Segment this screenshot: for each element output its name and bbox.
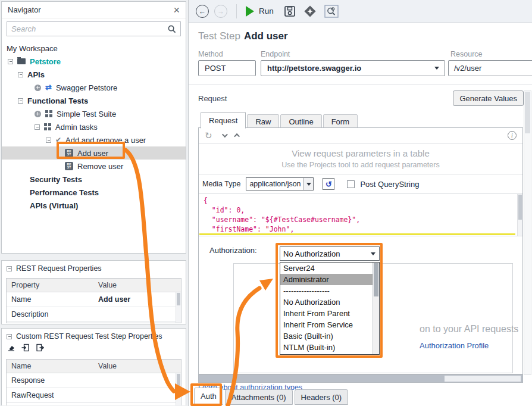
property-value[interactable]: Add user xyxy=(93,295,181,304)
dropdown-option[interactable]: NTLM (Built-in) xyxy=(280,342,379,353)
tab-form[interactable]: Form xyxy=(323,114,358,129)
tree-item-add-and-remove-a-user[interactable]: Add and remove a user xyxy=(2,133,186,146)
dropdown-option[interactable]: Server24 xyxy=(280,263,379,274)
request-line: Method Endpoint Resource POST http://pet… xyxy=(189,47,532,84)
authorization-dropdown[interactable]: No Authorization xyxy=(280,246,380,261)
test-suite-icon xyxy=(45,110,52,117)
tree-item-petstore[interactable]: Petstore xyxy=(2,55,186,68)
tree-item-security-tests[interactable]: Security Tests xyxy=(2,173,186,186)
tab-raw[interactable]: Raw xyxy=(247,114,279,129)
dropdown-option[interactable]: Basic (Built-in) xyxy=(280,330,379,342)
collapse-expander-icon[interactable] xyxy=(18,98,23,104)
generate-values-button[interactable]: Generate Values xyxy=(453,90,524,106)
request-body-editor[interactable]: { "id": 0, "username": "${#TestCase#user… xyxy=(199,194,522,236)
chevron-up-icon[interactable] xyxy=(234,133,240,139)
table-header: Name Value xyxy=(7,360,181,373)
panel-header[interactable]: Custom REST Request Test Step Properties xyxy=(2,329,186,342)
refresh-icon[interactable] xyxy=(205,131,212,140)
vertical-scrollbar[interactable] xyxy=(524,90,531,375)
resource-value: /v2/user xyxy=(454,64,481,73)
endpoint-combobox[interactable]: http://petstore.swagger.io xyxy=(261,60,445,76)
expand-expander-icon[interactable] xyxy=(35,85,41,91)
table-row[interactable]: RawRequest xyxy=(7,388,181,403)
tree-item-swagger-petstore[interactable]: Swagger Petstore xyxy=(2,81,186,94)
table-row[interactable]: Response xyxy=(7,373,181,388)
title-prefix: Test Step xyxy=(198,30,240,42)
resource-field[interactable]: /v2/user xyxy=(448,60,532,76)
tab-attachments[interactable]: Attachments (0) xyxy=(225,389,293,405)
dropdown-arrow-button[interactable] xyxy=(303,178,313,190)
horizontal-scrollbar[interactable] xyxy=(198,374,523,383)
table-row[interactable]: Description xyxy=(7,307,181,322)
vertical-scrollbar[interactable] xyxy=(176,292,181,323)
tab-headers[interactable]: Headers (0) xyxy=(295,389,349,405)
post-querystring-checkbox[interactable] xyxy=(347,180,355,188)
table-row[interactable]: Endpoint http://petst... xyxy=(7,403,181,405)
dropdown-option-highlighted[interactable]: Administrator xyxy=(280,274,379,285)
tree-item-label: Admin tasks xyxy=(55,123,98,132)
search-icon[interactable] xyxy=(168,25,176,33)
forward-icon[interactable] xyxy=(214,5,227,18)
dropdown-arrow-icon[interactable] xyxy=(434,67,439,70)
save-icon[interactable] xyxy=(284,5,296,17)
collapse-expander-icon[interactable] xyxy=(8,59,13,64)
collapse-expander-icon[interactable] xyxy=(35,124,40,130)
media-type-combobox[interactable]: application/json xyxy=(246,177,314,190)
collapse-expander-icon[interactable] xyxy=(7,266,12,271)
vertical-scrollbar[interactable] xyxy=(373,263,379,354)
clear-icon[interactable] xyxy=(7,343,15,352)
scrollbar-thumb[interactable] xyxy=(518,195,522,220)
tree-item-admin-tasks[interactable]: Admin tasks xyxy=(2,120,186,133)
tree-item-performance-tests[interactable]: Performance Tests xyxy=(2,186,186,199)
collapse-expander-icon[interactable] xyxy=(46,138,51,143)
assertion-icon[interactable] xyxy=(303,5,317,18)
search-input[interactable] xyxy=(7,24,168,33)
dropdown-option[interactable]: Inherit From Parent xyxy=(280,308,379,319)
expand-expander-icon[interactable] xyxy=(35,111,41,117)
tab-outline[interactable]: Outline xyxy=(280,114,321,129)
vertical-scrollbar[interactable] xyxy=(176,373,181,405)
properties-table: Property Value Name Add user Description xyxy=(6,278,181,323)
dropdown-option[interactable]: Inherit From Service xyxy=(280,319,379,330)
tree-item-label: Petstore xyxy=(30,57,61,66)
table-row[interactable] xyxy=(7,322,181,323)
dropdown-arrow-icon[interactable] xyxy=(371,252,375,255)
run-button[interactable]: Run xyxy=(246,6,274,17)
collapse-expander-icon[interactable] xyxy=(18,72,23,77)
navigator-header: Navigator xyxy=(2,2,186,18)
tree-item-label: My Workspace xyxy=(7,44,58,53)
tab-auth[interactable]: Auth xyxy=(194,388,223,405)
collapse-expander-icon[interactable] xyxy=(7,334,12,339)
properties-table: Name Value Response RawRequest Endpoint … xyxy=(6,359,181,405)
scrollbar-thumb[interactable] xyxy=(445,376,521,382)
back-icon[interactable] xyxy=(196,5,209,18)
chevron-down-icon[interactable] xyxy=(222,132,228,138)
inspect-icon[interactable] xyxy=(324,5,339,18)
dropdown-option[interactable]: No Authorization xyxy=(280,296,379,308)
vertical-scrollbar[interactable] xyxy=(517,194,522,236)
authorization-dropdown-list: Server24 Administrator -----------------… xyxy=(280,262,380,355)
tree-item-my-workspace[interactable]: My Workspace xyxy=(2,42,186,55)
table-row[interactable]: Name Add user xyxy=(7,292,181,307)
authorization-profile-link[interactable]: Authorization Profile xyxy=(420,341,489,350)
import-icon[interactable] xyxy=(21,343,30,352)
panel-header[interactable]: REST Request Properties xyxy=(2,261,186,274)
scrollbar-thumb[interactable] xyxy=(525,92,530,133)
tree-item-apis-virtual[interactable]: APIs (Virtual) xyxy=(2,199,186,212)
scrollbar-thumb[interactable] xyxy=(177,374,180,388)
tree-item-apis[interactable]: APIs xyxy=(2,68,186,81)
tree-item-functional-tests[interactable]: Functional Tests xyxy=(2,94,186,107)
info-icon[interactable] xyxy=(508,131,517,140)
search-box xyxy=(7,21,181,36)
close-icon[interactable] xyxy=(173,5,180,15)
export-icon[interactable] xyxy=(36,343,44,352)
scrollbar-thumb[interactable] xyxy=(177,293,180,305)
tab-request[interactable]: Request xyxy=(201,112,246,129)
method-field[interactable]: POST xyxy=(198,60,256,76)
tree-item-remove-user[interactable]: Remove user xyxy=(2,160,186,173)
scrollbar-thumb[interactable] xyxy=(374,263,378,296)
test-step-editor: Run Test StepAdd user Method E xyxy=(188,0,532,406)
tree-item-simple-test-suite[interactable]: Simple Test Suite xyxy=(2,107,186,120)
recreate-icon[interactable] xyxy=(323,178,334,190)
tree-item-add-user[interactable]: Add user xyxy=(2,146,186,160)
